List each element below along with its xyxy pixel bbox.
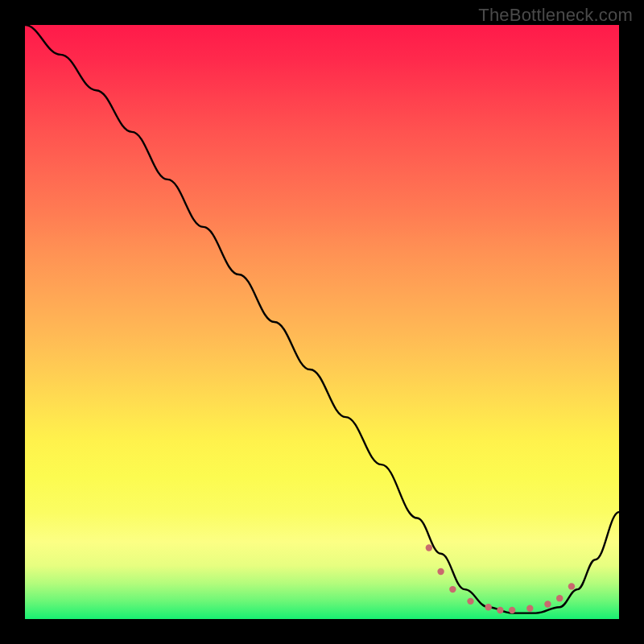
marker-dot xyxy=(497,607,503,613)
plot-area xyxy=(25,25,619,619)
marker-dot xyxy=(485,604,491,610)
marker-dot xyxy=(556,595,563,601)
marker-dot xyxy=(467,598,473,605)
watermark-text: TheBottleneck.com xyxy=(478,5,633,26)
bottleneck-curve xyxy=(25,25,619,619)
marker-dot xyxy=(449,586,456,592)
marker-dot xyxy=(568,583,575,589)
marker-dot xyxy=(426,544,432,551)
chart-root: TheBottleneck.com xyxy=(0,0,644,644)
marker-dot xyxy=(544,601,551,607)
marker-dot xyxy=(437,568,444,575)
marker-dot xyxy=(509,607,515,613)
marker-dot xyxy=(526,605,533,612)
